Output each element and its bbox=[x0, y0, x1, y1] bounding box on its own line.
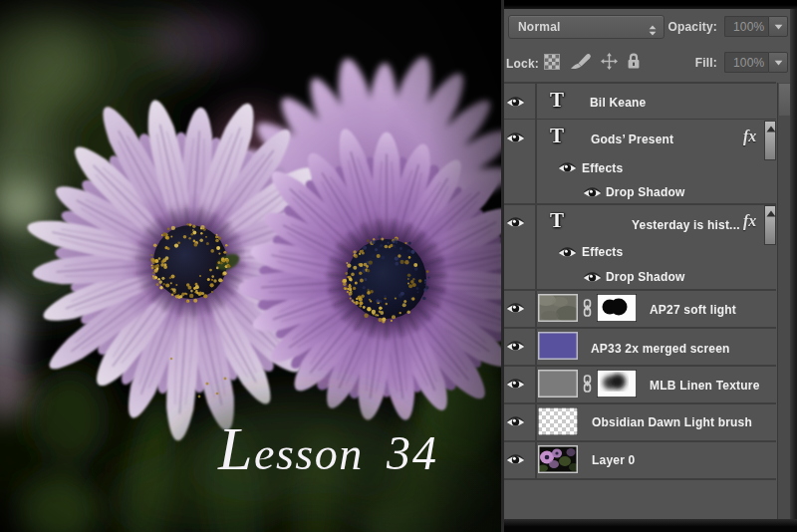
svg-text:34: 34 bbox=[386, 426, 438, 479]
